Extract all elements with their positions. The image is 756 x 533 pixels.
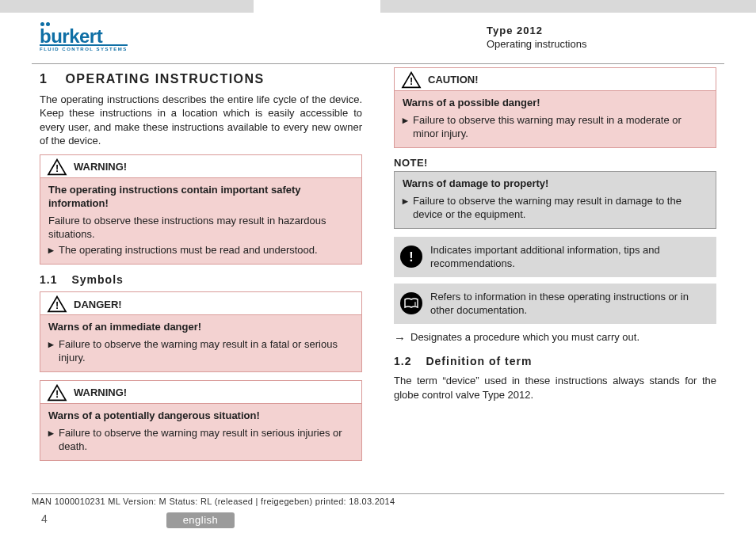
warning-box-1-title: ! WARNING!: [40, 155, 361, 178]
svg-text:i: i: [414, 301, 416, 306]
warning-box-1: ! WARNING! The operating instructions co…: [40, 154, 362, 265]
danger-box: ! DANGER! Warns of an immediate danger! …: [40, 291, 362, 372]
reference-icon: i: [400, 292, 422, 314]
danger-box-body: Warns of an immediate danger! ▸ Failure …: [40, 315, 361, 371]
section-1-1-title: Symbols: [71, 272, 123, 287]
danger-box-title: ! DANGER!: [40, 292, 361, 315]
warning-triangle-icon: !: [47, 158, 67, 176]
top-accent-right: [380, 0, 756, 13]
header-divider: [32, 63, 724, 64]
procedure-text: Designates a procedure which you must ca…: [410, 330, 640, 346]
svg-text:!: !: [55, 163, 59, 174]
warning-box-2-lead: Warns of a potentially dangerous situati…: [48, 409, 353, 423]
reference-row: i Refers to information in these operati…: [394, 284, 716, 324]
top-accent-left: [0, 0, 254, 13]
reference-text: Refers to information in these operating…: [430, 290, 710, 318]
warning-box-1-lead: The operating instructions contain impor…: [48, 183, 353, 211]
svg-text:!: !: [410, 76, 413, 87]
svg-text:!: !: [55, 301, 59, 312]
info-text: Indicates important additional informati…: [430, 243, 710, 271]
doc-title: Operating instructions: [487, 37, 716, 51]
warning-box-2-title: ! WARNING!: [40, 381, 361, 404]
section-1-title: OPERATING INSTRUCTIONS: [65, 70, 264, 88]
page-number: 4: [41, 512, 48, 527]
section-1-1-number: 1.1: [40, 272, 57, 287]
bullet-icon: ▸: [48, 337, 54, 365]
definition-paragraph: The term “device” used in these instruct…: [394, 374, 716, 402]
note-box-bullet: ▸ Failure to observe the warning may res…: [403, 194, 708, 222]
warning-box-2-body: Warns of a potentially dangerous situati…: [40, 404, 361, 460]
caution-box-title: ! CAUTION!: [395, 68, 716, 91]
note-box-bullet-text: Failure to observe the warning may resul…: [413, 194, 708, 222]
caution-box-bullet: ▸ Failure to observe this warning may re…: [403, 113, 708, 141]
note-box: Warns of damage to property! ▸ Failure t…: [394, 171, 716, 229]
brand-tagline: FLUID CONTROL SYSTEMS: [40, 48, 128, 51]
warning-box-1-bullet-text: The operating instructions must be read …: [59, 243, 318, 257]
note-heading: NOTE!: [394, 156, 716, 170]
content-columns: 1 OPERATING INSTRUCTIONS The operating i…: [0, 56, 756, 469]
procedure-row: → Designates a procedure which you must …: [394, 330, 716, 346]
brand-logo: burkert FLUID CONTROL SYSTEMS: [40, 22, 128, 51]
warning-triangle-icon: !: [47, 384, 67, 402]
warning-box-2-label: WARNING!: [74, 386, 127, 400]
intro-paragraph: The operating instructions describes the…: [40, 93, 362, 148]
warning-box-1-label: WARNING!: [74, 160, 127, 174]
language-badge: english: [166, 512, 235, 528]
danger-box-lead: Warns of an immediate danger!: [48, 320, 353, 334]
section-1-2-number: 1.2: [394, 354, 411, 369]
caution-box-lead: Warns of a possible danger!: [403, 96, 708, 110]
caution-box: ! CAUTION! Warns of a possible danger! ▸…: [394, 67, 716, 148]
bullet-icon: ▸: [48, 243, 54, 257]
bullet-icon: ▸: [48, 426, 54, 454]
caution-box-bullet-text: Failure to observe this warning may resu…: [413, 113, 708, 141]
warning-box-2: ! WARNING! Warns of a potentially danger…: [40, 380, 362, 461]
doc-type: Type 2012: [487, 24, 716, 38]
caution-box-label: CAUTION!: [428, 73, 479, 87]
book-icon: i: [404, 298, 418, 309]
info-icon: !: [400, 246, 422, 268]
warning-triangle-icon: !: [47, 295, 67, 313]
danger-box-bullet-text: Failure to observe the warning may resul…: [59, 337, 353, 365]
warning-box-2-bullet-text: Failure to observe the warning may resul…: [59, 426, 353, 454]
column-left: 1 OPERATING INSTRUCTIONS The operating i…: [40, 64, 362, 469]
bullet-icon: ▸: [403, 113, 408, 141]
footer-meta: MAN 1000010231 ML Version: M Status: RL …: [32, 493, 724, 508]
note-box-body: Warns of damage to property! ▸ Failure t…: [395, 172, 716, 228]
section-1-2-title: Definition of term: [426, 354, 532, 369]
warning-triangle-icon: !: [401, 71, 422, 89]
warning-box-2-bullet: ▸ Failure to observe the warning may res…: [48, 426, 353, 454]
danger-box-bullet: ▸ Failure to observe the warning may res…: [48, 337, 353, 365]
warning-box-1-bullet: ▸ The operating instructions must be rea…: [48, 243, 353, 257]
danger-box-label: DANGER!: [74, 298, 122, 312]
section-1-number: 1: [40, 70, 48, 88]
section-1-heading: 1 OPERATING INSTRUCTIONS: [40, 70, 362, 88]
column-right: ! CAUTION! Warns of a possible danger! ▸…: [394, 64, 716, 469]
section-1-2-heading: 1.2 Definition of term: [394, 354, 716, 369]
svg-text:!: !: [55, 389, 59, 400]
warning-box-1-body: The operating instructions contain impor…: [40, 178, 361, 264]
info-row: ! Indicates important additional informa…: [394, 237, 716, 277]
caution-box-body: Warns of a possible danger! ▸ Failure to…: [395, 91, 716, 147]
note-box-lead: Warns of damage to property!: [403, 177, 708, 191]
doc-identifier: Type 2012 Operating instructions: [487, 24, 716, 51]
arrow-icon: →: [394, 330, 406, 346]
brand-name: burkert: [40, 29, 128, 44]
bullet-icon: ▸: [403, 194, 408, 222]
section-1-1-heading: 1.1 Symbols: [40, 272, 362, 287]
warning-box-1-plain: Failure to observe these instructions ma…: [48, 214, 353, 242]
document-page: burkert FLUID CONTROL SYSTEMS Type 2012 …: [0, 0, 756, 533]
